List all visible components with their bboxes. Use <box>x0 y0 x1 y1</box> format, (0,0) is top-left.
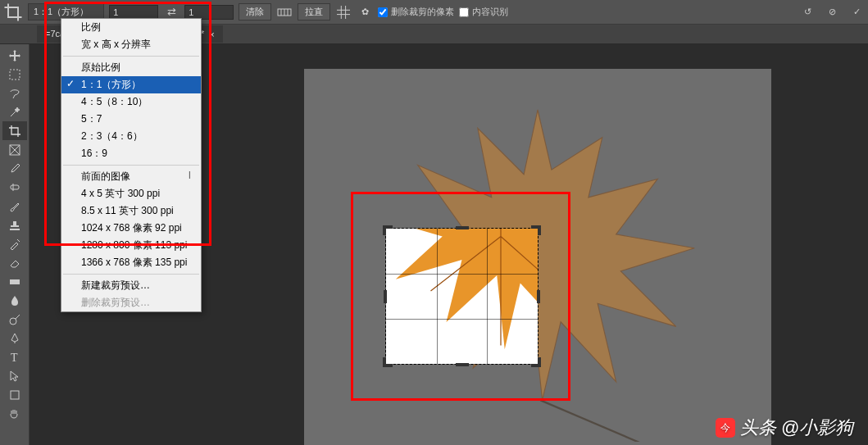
svg-rect-10 <box>10 279 20 284</box>
crop-handle-b[interactable] <box>456 363 469 366</box>
svg-rect-8 <box>11 185 19 189</box>
hand-tool[interactable] <box>2 404 27 423</box>
stamp-tool[interactable] <box>2 216 27 234</box>
svg-rect-4 <box>10 70 20 79</box>
straighten-button[interactable]: 拉直 <box>298 3 330 20</box>
crop-handle-tr[interactable] <box>531 225 541 235</box>
crop-region[interactable] <box>386 229 538 364</box>
healing-brush-tool[interactable] <box>2 178 27 197</box>
svg-rect-14 <box>11 391 19 399</box>
frame-tool[interactable] <box>2 140 27 159</box>
ratio-preset-label: 1：1（方形） <box>34 7 89 16</box>
watermark-badge-icon: 今 <box>716 418 735 438</box>
content-aware-checkbox[interactable]: 内容识别 <box>459 6 508 18</box>
svg-point-11 <box>10 318 16 325</box>
gradient-tool[interactable] <box>2 272 27 291</box>
watermark-user: @小影狗 <box>781 415 853 440</box>
svg-line-12 <box>16 315 20 319</box>
svg-text:T: T <box>11 352 18 364</box>
dropdown-item-preset-1024[interactable]: 1024 x 768 像素 92 ppi <box>61 220 201 237</box>
dropdown-separator <box>63 165 199 166</box>
reset-icon[interactable]: ↺ <box>799 4 816 20</box>
dropdown-separator <box>63 274 199 275</box>
pen-tool[interactable] <box>2 329 27 347</box>
crop-handle-tl[interactable] <box>383 225 393 235</box>
image-stage[interactable] <box>304 69 771 445</box>
blur-tool[interactable] <box>2 291 27 310</box>
eyedropper-tool[interactable] <box>2 159 27 178</box>
svg-line-15 <box>540 400 648 442</box>
settings-gear-icon[interactable]: ✿ <box>357 4 373 20</box>
commit-check-icon[interactable]: ✓ <box>848 4 865 20</box>
dropdown-item-delete-preset: 删除裁剪预设… <box>61 294 201 311</box>
clear-button[interactable]: 清除 <box>239 3 271 20</box>
crop-height-input[interactable] <box>184 5 234 20</box>
close-tab-icon[interactable]: × <box>209 30 214 39</box>
ratio-preset-dropdown: 比例 宽 x 高 x 分辨率 原始比例 ✓1：1（方形） 4：5（8：10） 5… <box>61 18 202 312</box>
dropdown-item-ratio-2-3[interactable]: 2：3（4：6） <box>61 128 201 145</box>
crop-width-input[interactable] <box>109 5 158 20</box>
crop-border <box>385 228 539 365</box>
straighten-icon[interactable] <box>276 4 293 20</box>
dropdown-item-preset-1366[interactable]: 1366 x 768 像素 135 ppi <box>61 254 201 271</box>
overlay-grid-icon[interactable] <box>335 4 352 20</box>
magic-wand-tool[interactable] <box>2 102 27 121</box>
lasso-tool[interactable] <box>2 84 27 102</box>
dropdown-item-preset-4x5[interactable]: 4 x 5 英寸 300 ppi <box>61 185 201 202</box>
eraser-tool[interactable] <box>2 253 27 272</box>
dropdown-separator <box>63 56 199 57</box>
dropdown-item-ratio-1-1[interactable]: ✓1：1（方形） <box>61 76 201 93</box>
history-brush-tool[interactable] <box>2 234 27 253</box>
marquee-tool[interactable] <box>2 65 27 84</box>
crop-handle-bl[interactable] <box>383 357 393 367</box>
path-selection-tool[interactable] <box>2 366 27 385</box>
checkbox-label: 内容识别 <box>472 6 508 18</box>
crop-tool[interactable] <box>2 121 27 140</box>
dropdown-item-ratio-4-5[interactable]: 4：5（8：10） <box>61 93 201 111</box>
dropdown-item-preset-1280[interactable]: 1280 x 800 像素 113 ppi <box>61 237 201 254</box>
crop-tool-indicator <box>3 2 23 22</box>
cancel-icon[interactable]: ⊘ <box>824 4 840 20</box>
move-tool[interactable] <box>2 46 27 65</box>
dropdown-item-preset-85x11[interactable]: 8.5 x 11 英寸 300 ppi <box>61 202 201 220</box>
left-toolbar: T <box>0 44 30 445</box>
dropdown-group-front-image[interactable]: 前面的图像I <box>61 168 201 185</box>
dropdown-group-original[interactable]: 原始比例 <box>61 59 201 76</box>
shape-tool[interactable] <box>2 385 27 404</box>
watermark: 今 头条 @小影狗 <box>716 415 853 440</box>
watermark-brand: 头条 <box>740 415 776 440</box>
dropdown-item-new-preset[interactable]: 新建裁剪预设… <box>61 277 201 294</box>
dropdown-item-ratio-16-9[interactable]: 16：9 <box>61 145 201 162</box>
brush-tool[interactable] <box>2 197 27 216</box>
checkbox-label: 删除裁剪的像素 <box>391 6 454 18</box>
dropdown-item-ratio-5-7[interactable]: 5：7 <box>61 111 201 128</box>
dodge-tool[interactable] <box>2 310 27 329</box>
crop-handle-l[interactable] <box>384 290 387 303</box>
dropdown-item-wxhxres[interactable]: 宽 x 高 x 分辨率 <box>61 36 201 53</box>
crop-handle-r[interactable] <box>537 290 540 303</box>
crop-handle-br[interactable] <box>531 357 541 367</box>
type-tool[interactable]: T <box>2 347 27 366</box>
delete-cropped-pixels-checkbox[interactable]: 删除裁剪的像素 <box>378 6 454 18</box>
crop-handle-t[interactable] <box>456 226 469 229</box>
dropdown-group-ratio[interactable]: 比例 <box>61 19 201 36</box>
